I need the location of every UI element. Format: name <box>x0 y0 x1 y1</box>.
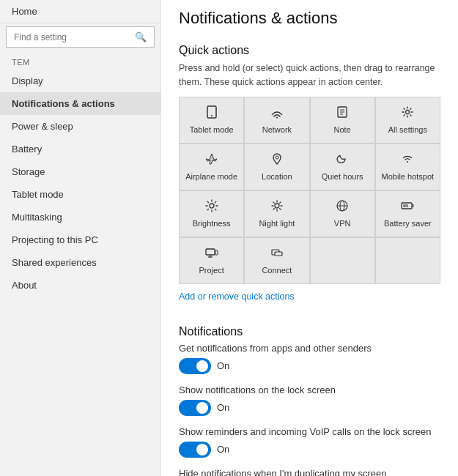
sidebar-item-projecting-to-this-pc[interactable]: Projecting to this PC <box>0 228 160 251</box>
sidebar-section-label: tem <box>0 51 160 70</box>
sidebar-item-multitasking[interactable]: Multitasking <box>0 206 160 228</box>
connect-icon <box>270 246 284 263</box>
vpn-label: VPN <box>334 219 351 228</box>
toggle-row-1: On <box>179 400 440 416</box>
quick-action-note[interactable]: Note <box>311 97 374 143</box>
quick-action-connect[interactable]: Connect <box>245 238 309 283</box>
svg-line-17 <box>207 209 208 210</box>
airplane-mode-icon <box>205 152 218 169</box>
all-settings-label: All settings <box>388 125 427 135</box>
svg-line-23 <box>273 202 274 203</box>
notification-label-1: Show notifications on the lock screen <box>179 384 440 395</box>
notification-label-0: Get notifications from apps and other se… <box>179 343 440 354</box>
notification-item-3: Hide notifications when I'm duplicating … <box>179 468 440 477</box>
notifications-title: Notifications <box>179 325 440 338</box>
search-box[interactable]: 🔍 <box>6 26 155 48</box>
sidebar-item-storage[interactable]: Storage <box>0 160 160 183</box>
svg-line-24 <box>279 209 280 209</box>
add-remove-link[interactable]: Add or remove quick actions <box>179 291 295 302</box>
sidebar: Home 🔍 tem DisplayNotifications & action… <box>0 0 161 476</box>
quick-action-night-light[interactable]: Night light <box>245 191 309 237</box>
svg-line-15 <box>215 209 215 210</box>
mobile-hotspot-label: Mobile hotspot <box>382 172 435 182</box>
mobile-hotspot-icon <box>401 152 414 169</box>
quick-actions-description: Press and hold (or select) quick actions… <box>179 62 440 89</box>
brightness-icon <box>205 199 218 216</box>
page-title: Notifications & actions <box>179 0 440 34</box>
network-label: Network <box>262 125 292 135</box>
quick-action-tablet-mode[interactable]: Tablet mode <box>180 97 243 143</box>
svg-line-25 <box>279 202 280 203</box>
quiet-hours-icon <box>336 152 349 169</box>
notification-item-0: Get notifications from apps and other se… <box>179 343 440 374</box>
tablet-mode-icon <box>205 105 218 122</box>
sidebar-item-shared-experiences[interactable]: Shared experiences <box>0 251 160 274</box>
toggle-row-0: On <box>179 358 440 374</box>
notification-label-3: Hide notifications when I'm duplicating … <box>179 468 440 477</box>
toggle-2[interactable] <box>179 442 211 458</box>
toggle-1[interactable] <box>179 400 211 416</box>
toggle-state-0: On <box>217 360 229 371</box>
quick-actions-title: Quick actions <box>179 44 440 57</box>
tablet-mode-label: Tablet mode <box>190 125 234 135</box>
sidebar-home[interactable]: Home <box>0 0 160 23</box>
sidebar-item-notifications-&-actions[interactable]: Notifications & actions <box>0 92 160 115</box>
quick-action-mobile-hotspot[interactable]: Mobile hotspot <box>376 144 440 190</box>
quick-action-battery-saver[interactable]: Battery saver <box>376 191 440 237</box>
sidebar-items: DisplayNotifications & actionsPower & sl… <box>0 70 160 297</box>
all-settings-icon <box>401 105 414 122</box>
quick-action-empty <box>376 238 440 283</box>
search-icon: 🔍 <box>135 31 147 42</box>
sidebar-item-display[interactable]: Display <box>0 70 160 92</box>
network-icon <box>270 105 284 122</box>
svg-line-14 <box>207 202 208 203</box>
svg-rect-32 <box>206 249 215 255</box>
quick-action-brightness[interactable]: Brightness <box>180 191 243 237</box>
quick-action-vpn[interactable]: VPN <box>311 191 374 237</box>
location-icon <box>270 152 284 169</box>
brightness-label: Brightness <box>193 219 231 228</box>
connect-label: Connect <box>262 266 292 275</box>
sidebar-item-about[interactable]: About <box>0 274 160 297</box>
svg-point-2 <box>276 117 278 119</box>
svg-point-8 <box>276 156 278 159</box>
sidebar-item-power-&-sleep[interactable]: Power & sleep <box>0 115 160 138</box>
quiet-hours-label: Quiet hours <box>322 172 363 182</box>
svg-point-18 <box>275 204 279 208</box>
svg-line-26 <box>273 209 274 209</box>
quick-action-airplane-mode[interactable]: Airplane mode <box>180 144 243 190</box>
sidebar-item-battery[interactable]: Battery <box>0 138 160 160</box>
svg-point-9 <box>210 204 214 208</box>
notification-item-2: Show reminders and incoming VoIP calls o… <box>179 426 440 458</box>
svg-rect-35 <box>215 250 218 255</box>
note-icon <box>336 105 349 122</box>
vpn-icon <box>336 199 349 216</box>
sidebar-item-tablet-mode[interactable]: Tablet mode <box>0 183 160 206</box>
quick-action-project[interactable]: Project <box>180 238 243 283</box>
quick-actions-grid: Tablet modeNetworkNoteAll settingsAirpla… <box>179 97 440 284</box>
notification-label-2: Show reminders and incoming VoIP calls o… <box>179 426 440 437</box>
svg-rect-37 <box>275 252 282 256</box>
toggle-row-2: On <box>179 442 440 458</box>
project-label: Project <box>199 266 224 275</box>
svg-point-7 <box>406 111 410 114</box>
search-input[interactable] <box>14 32 135 42</box>
notification-item-1: Show notifications on the lock screenOn <box>179 384 440 416</box>
project-icon <box>205 246 218 263</box>
battery-saver-icon <box>401 199 414 216</box>
battery-saver-label: Battery saver <box>384 219 432 228</box>
toggle-0[interactable] <box>179 358 211 374</box>
quick-action-all-settings[interactable]: All settings <box>376 97 440 143</box>
note-label: Note <box>334 125 351 135</box>
toggle-state-1: On <box>217 402 229 413</box>
toggle-state-2: On <box>217 444 229 455</box>
main-content: Notifications & actions Quick actions Pr… <box>161 0 458 476</box>
night-light-label: Night light <box>259 219 295 228</box>
quick-action-network[interactable]: Network <box>245 97 309 143</box>
svg-line-16 <box>215 202 215 203</box>
quick-action-empty <box>311 238 374 283</box>
quick-action-quiet-hours[interactable]: Quiet hours <box>311 144 374 190</box>
location-label: Location <box>262 172 292 182</box>
quick-action-location[interactable]: Location <box>245 144 309 190</box>
airplane-mode-label: Airplane mode <box>185 172 237 182</box>
